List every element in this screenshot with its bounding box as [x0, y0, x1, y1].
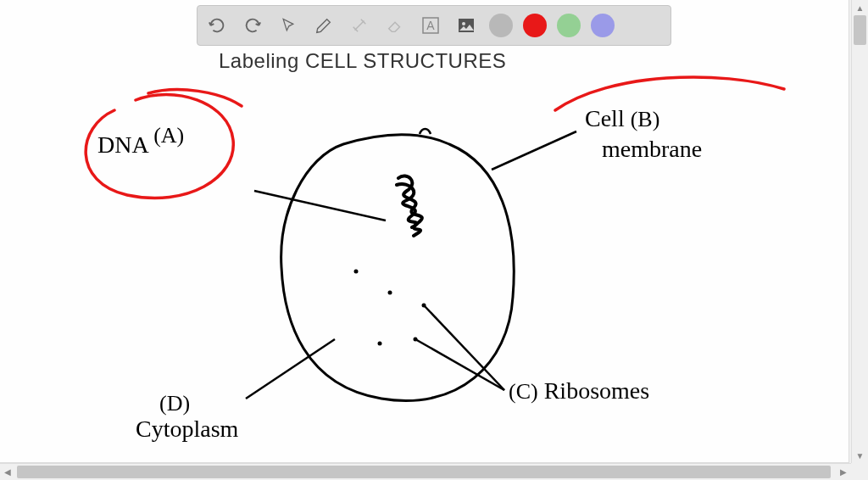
tools-icon[interactable]	[347, 13, 372, 38]
svg-point-8	[378, 342, 382, 346]
undo-icon[interactable]	[204, 13, 230, 38]
label-c-name: Ribosomes	[544, 377, 649, 404]
label-a-letter: (A)	[153, 123, 184, 148]
scroll-left-arrow-icon[interactable]: ◀	[0, 464, 15, 480]
horizontal-scrollbar-thumb[interactable]	[17, 466, 831, 478]
color-red[interactable]	[523, 14, 547, 37]
color-purple[interactable]	[591, 14, 615, 37]
scroll-up-arrow-icon[interactable]: ▲	[852, 0, 868, 15]
pointer-icon[interactable]	[275, 13, 301, 38]
scroll-right-arrow-icon[interactable]: ▶	[836, 464, 851, 480]
scroll-down-arrow-icon[interactable]: ▼	[852, 448, 868, 463]
label-c-text: (C) Ribosomes	[509, 377, 649, 405]
text-tool-icon[interactable]: A	[418, 13, 443, 38]
vertical-scrollbar[interactable]: ▲ ▼	[851, 0, 868, 463]
label-d-text: (D) Cytoplasm	[136, 390, 238, 443]
label-b-text: Cell (B) membrane	[585, 103, 702, 164]
page-title: Labeling CELL STRUCTURES	[219, 49, 506, 73]
redo-icon[interactable]	[240, 13, 265, 38]
label-b-line1: Cell	[585, 105, 625, 131]
label-b-letter: (B)	[631, 107, 660, 131]
svg-text:A: A	[426, 19, 435, 32]
svg-point-6	[414, 338, 418, 342]
image-tool-icon[interactable]	[453, 13, 479, 38]
label-d-name: Cytoplasm	[136, 416, 238, 442]
eraser-icon[interactable]	[382, 13, 408, 38]
horizontal-scrollbar[interactable]: ◀ ▶	[0, 463, 851, 480]
label-a-name: DNA	[97, 131, 147, 158]
label-c-letter: (C)	[509, 379, 538, 404]
color-gray[interactable]	[489, 14, 513, 37]
color-green[interactable]	[557, 14, 581, 37]
svg-point-4	[354, 270, 359, 274]
label-d-letter: (D)	[159, 391, 190, 416]
svg-point-5	[388, 291, 392, 295]
label-a-text: DNA (A)	[97, 131, 184, 159]
vertical-scrollbar-thumb[interactable]	[854, 15, 866, 45]
drawing-toolbar: A	[197, 5, 671, 46]
label-b-line2: membrane	[602, 136, 702, 162]
svg-point-3	[462, 22, 465, 25]
svg-point-7	[422, 304, 426, 308]
pen-icon[interactable]	[311, 13, 337, 38]
whiteboard-canvas[interactable]: Labeling CELL STRUCTURES A	[0, 0, 849, 463]
